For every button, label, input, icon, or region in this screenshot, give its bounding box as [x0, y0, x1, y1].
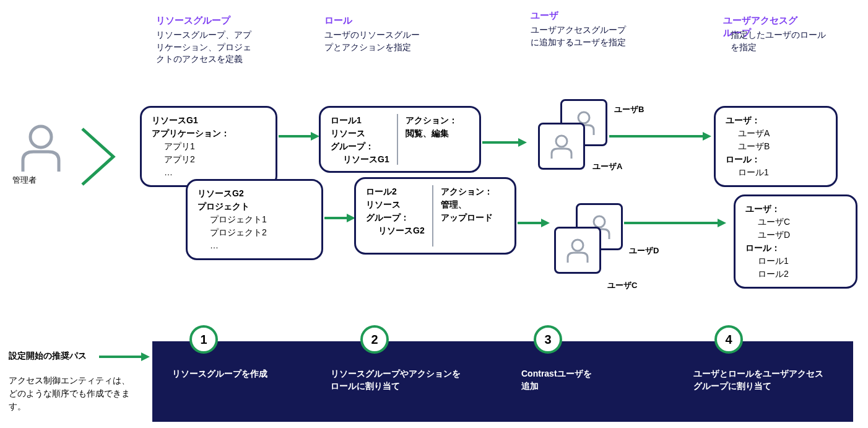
step-4-text: ユーザとロールをユーザアクセスグループに割り当て [693, 368, 823, 392]
role2-rg-value: リソースG2 [366, 224, 425, 237]
arrow-role2-usersC [516, 217, 551, 229]
header-role-title: ロール [324, 15, 352, 27]
chevron-icon [73, 123, 129, 191]
step-2-circle: 2 [360, 325, 389, 354]
role2-rg-label: リソース グループ： [366, 198, 425, 224]
step-4-circle: 4 [714, 325, 743, 354]
uag1-user-1: ユーザB [738, 140, 826, 153]
rg1-item-0: アプリ1 [164, 140, 266, 153]
header-uag-desc: 指定したユーザのロールを指定 [731, 29, 830, 53]
uag2-role-0: ロール1 [758, 255, 846, 268]
role2-action-label: アクション： [441, 185, 493, 198]
svg-point-9 [578, 112, 589, 123]
role-2-card: ロール2 リソース グループ： リソースG2 アクション： 管理、 アップロード [354, 177, 516, 255]
uag2-user-label: ユーザ： [745, 203, 846, 216]
step-3-circle: 3 [534, 325, 562, 354]
svg-point-10 [556, 136, 567, 147]
step-1-circle: 1 [189, 325, 218, 354]
rg1-label: アプリケーション： [152, 127, 266, 140]
role1-name: ロール1 [331, 114, 389, 127]
arrow-users-uag2 [623, 217, 728, 229]
role1-action-label: アクション： [406, 114, 458, 127]
role1-rg-value: リソースG1 [331, 153, 389, 166]
step-2-num: 2 [371, 333, 378, 347]
rg1-name: リソースG1 [152, 114, 266, 127]
user-access-group-1-card: ユーザ： ユーザA ユーザB ロール： ロール1 [714, 106, 838, 187]
role-1-card: ロール1 リソース グループ： リソースG1 アクション： 閲覧、編集 [319, 106, 481, 173]
rg2-item-2: … [210, 239, 311, 252]
uag1-user-label: ユーザ： [726, 114, 826, 127]
role1-rg-label: リソース グループ： [331, 127, 389, 153]
arrow-role1-usersA [481, 136, 528, 149]
user-a-label: ユーザA [592, 161, 622, 172]
step-1-num: 1 [200, 333, 207, 347]
role1-actions: 閲覧、編集 [406, 127, 458, 140]
header-uag-title-1: ユーザアクセスグ [723, 15, 797, 27]
header-role-desc: ユーザのリソースグループとアクションを指定 [324, 29, 423, 53]
uag2-user-1: ユーザD [758, 229, 846, 242]
rg2-label: プロジェクト [197, 200, 311, 213]
svg-marker-6 [518, 138, 527, 147]
uag1-role-label: ロール： [726, 153, 826, 166]
step-3-text: Contrastユーザを 追加 [521, 368, 645, 392]
step-4-num: 4 [725, 333, 732, 347]
any-order-note: アクセス制御エンティティは、どのような順序でも作成できます。 [9, 374, 132, 413]
resource-group-2-card: リソースG2 プロジェクト プロジェクト1 プロジェクト2 … [186, 179, 323, 260]
uag2-user-0: ユーザC [758, 216, 846, 229]
user-c-label: ユーザC [607, 280, 637, 291]
arrow-rg1-role1 [277, 130, 321, 142]
uag2-role-label: ロール： [745, 242, 846, 255]
rg1-item-1: アプリ2 [164, 153, 266, 166]
svg-marker-18 [141, 352, 150, 361]
svg-point-12 [572, 240, 583, 251]
uag1-role-0: ロール1 [738, 166, 826, 179]
step-1-text: リソースグループを作成 [172, 368, 296, 380]
role2-name: ロール2 [366, 185, 425, 198]
step-2-text: リソースグループやアクションをロールに割り当て [331, 368, 461, 392]
arrow-users-uag1 [608, 130, 713, 142]
user-b-label: ユーザB [614, 104, 644, 115]
rg2-name: リソースG2 [197, 187, 311, 200]
rg1-item-2: … [164, 166, 266, 179]
recommended-path-label: 設定開始の推奨パス [9, 351, 87, 362]
header-user-desc: ユーザアクセスグループに追加するユーザを指定 [531, 24, 630, 48]
user-a-card [538, 123, 585, 170]
header-user-title: ユーザ [531, 10, 558, 22]
svg-marker-8 [541, 219, 550, 227]
user-c-card [554, 227, 601, 274]
svg-point-0 [30, 126, 51, 147]
arrow-recommended-path [98, 351, 151, 363]
arrow-rg2-role2 [323, 212, 357, 224]
admin-label: 管理者 [12, 175, 37, 186]
svg-marker-14 [703, 132, 711, 141]
header-resource-group-desc: リソースグループ、アプリケーション、プロジェクトのアクセスを定義 [156, 29, 255, 66]
user-d-label: ユーザD [629, 245, 659, 256]
role2-actions: 管理、 アップロード [441, 198, 493, 224]
svg-marker-2 [311, 132, 319, 141]
resource-group-1-card: リソースG1 アプリケーション： アプリ1 アプリ2 … [140, 106, 277, 187]
header-resource-group-title: リソースグループ [156, 15, 230, 27]
step-3-num: 3 [544, 333, 551, 347]
user-access-group-2-card: ユーザ： ユーザC ユーザD ロール： ロール1 ロール2 [734, 194, 857, 289]
svg-marker-16 [718, 219, 726, 227]
svg-point-11 [594, 216, 605, 227]
uag2-role-1: ロール2 [758, 268, 846, 281]
rg2-item-0: プロジェクト1 [210, 213, 311, 226]
admin-icon [19, 123, 63, 175]
rg2-item-1: プロジェクト2 [210, 226, 311, 239]
user-icon [548, 133, 575, 160]
user-icon [564, 237, 591, 264]
uag1-user-0: ユーザA [738, 127, 826, 140]
